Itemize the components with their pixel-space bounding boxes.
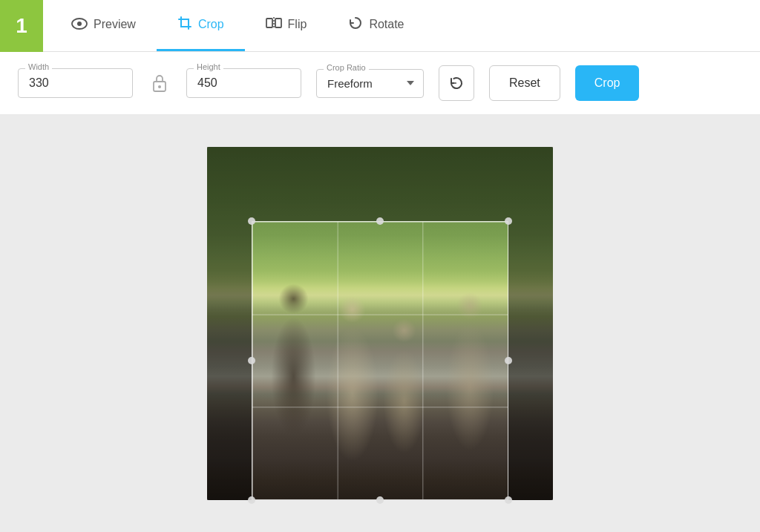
handle-bottom-left[interactable] xyxy=(248,496,255,504)
tab-rotate[interactable]: Rotate xyxy=(327,0,425,51)
handle-mid-right[interactable] xyxy=(505,357,512,364)
height-label: Height xyxy=(194,62,223,71)
handle-mid-left[interactable] xyxy=(248,357,255,364)
tab-crop-label: Crop xyxy=(198,18,224,31)
flip-icon xyxy=(266,16,282,33)
tab-flip[interactable]: Flip xyxy=(245,0,328,51)
photo-container xyxy=(207,147,553,500)
step-badge: 1 xyxy=(0,0,43,52)
preview-icon xyxy=(71,16,88,33)
handle-bottom-center[interactable] xyxy=(376,496,384,504)
tab-list: Preview Crop xyxy=(43,0,433,51)
handle-top-left[interactable] xyxy=(248,217,255,225)
svg-point-6 xyxy=(158,85,161,88)
height-input[interactable] xyxy=(186,68,301,98)
lock-aspect-ratio-icon[interactable] xyxy=(148,73,171,93)
width-label: Width xyxy=(25,62,52,71)
crop-ratio-group: Crop Ratio Freeform 1:1 4:3 16:9 3:2 xyxy=(316,69,424,98)
handle-top-right[interactable] xyxy=(505,217,512,225)
width-field-group: Width xyxy=(18,68,133,98)
width-input[interactable] xyxy=(18,68,133,98)
crop-ratio-select[interactable]: Freeform 1:1 4:3 16:9 3:2 xyxy=(316,69,424,98)
page-container: 1 Preview xyxy=(0,0,760,532)
handle-top-center[interactable] xyxy=(376,217,384,225)
crop-ratio-label: Crop Ratio xyxy=(324,63,369,72)
rotate-icon xyxy=(348,16,363,34)
tab-crop[interactable]: Crop xyxy=(157,0,245,51)
tab-flip-label: Flip xyxy=(288,18,307,31)
handle-bottom-right[interactable] xyxy=(505,496,512,504)
crop-icon xyxy=(177,16,192,34)
canvas-area xyxy=(0,115,760,532)
rotate-crop-button[interactable] xyxy=(439,65,474,101)
height-field-group: Height xyxy=(186,68,301,98)
reset-button[interactable]: Reset xyxy=(489,65,560,101)
crop-button[interactable]: Crop xyxy=(575,65,640,101)
svg-rect-3 xyxy=(275,19,281,27)
svg-rect-2 xyxy=(266,19,272,27)
people-overlay xyxy=(207,147,553,500)
svg-point-1 xyxy=(77,22,82,26)
tab-rotate-label: Rotate xyxy=(369,18,404,31)
tab-preview-label: Preview xyxy=(94,18,136,31)
tab-preview[interactable]: Preview xyxy=(50,0,157,51)
photo-background xyxy=(207,147,553,500)
toolbar: 1 Preview xyxy=(0,0,760,52)
controls-bar: Width Height Crop Ratio Freeform 1:1 4:3… xyxy=(0,52,760,115)
